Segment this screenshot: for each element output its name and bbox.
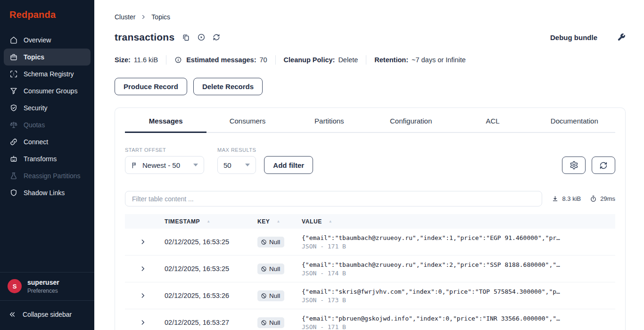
redpanda-logo: Redpanda	[0, 0, 94, 32]
expand-row-button[interactable]	[137, 236, 149, 248]
shield-icon	[9, 189, 18, 197]
sidebar-item-connect[interactable]: Connect	[4, 133, 91, 150]
page-title: transactions	[115, 32, 174, 43]
robot-icon	[9, 155, 18, 163]
message-value: {"email":"tbaumbach@zruueoy.ru","index":…	[302, 261, 611, 268]
divider	[166, 55, 166, 65]
sidebar-item-label: Topics	[24, 53, 44, 61]
column-header-key[interactable]: KEY▲	[254, 218, 298, 225]
tab-configuration[interactable]: Configuration	[370, 108, 452, 133]
collapse-sidebar-button[interactable]: Collapse sidebar	[0, 301, 94, 330]
refresh-icon	[599, 161, 608, 170]
table-row[interactable]: 02/12/2025, 16:53:26 Null {"email":"skri…	[125, 282, 615, 309]
sidebar-item-label: Security	[24, 104, 48, 112]
funnel-icon	[9, 87, 18, 95]
tab-acl[interactable]: ACL	[452, 108, 533, 133]
stat-retention: Retention: ~7 days or Infinite	[374, 56, 466, 64]
collapse-sidebar-label: Collapse sidebar	[23, 311, 72, 318]
topic-stats: Size: 11.6 kiB Estimated messages: 70 Cl…	[115, 55, 626, 65]
message-meta: JSON - 171 B	[302, 323, 611, 330]
sidebar-nav: Overview Topics Schema Registry Consumer…	[0, 32, 94, 201]
sync-icon	[213, 33, 220, 41]
table-row[interactable]: 02/12/2025, 16:53:25 Null {"email":"tbau…	[125, 229, 615, 256]
user-preferences-link[interactable]: Preferences	[27, 288, 59, 294]
breadcrumb-cluster[interactable]: Cluster	[115, 13, 135, 21]
download-icon[interactable]	[552, 195, 559, 202]
sidebar-item-overview[interactable]: Overview	[4, 32, 91, 49]
message-value: {"email":"skris@fwrjvhv.com","index":0,"…	[302, 288, 611, 295]
max-results-value: 50	[223, 161, 231, 169]
sidebar-item-label: Shadow Links	[24, 189, 65, 197]
user-profile[interactable]: S superuser Preferences	[0, 272, 94, 301]
message-meta: JSON - 173 B	[302, 297, 611, 304]
start-offset-value: Newest - 50	[142, 161, 180, 169]
filter-table-input[interactable]	[125, 191, 542, 206]
sidebar-item-shadow-links[interactable]: Shadow Links	[4, 184, 91, 201]
refresh-topic-button[interactable]	[213, 33, 220, 41]
sidebar-item-consumer-groups[interactable]: Consumer Groups	[4, 82, 91, 99]
main-content: Cluster Topics transactions Debug bundle…	[94, 0, 644, 330]
wrench-icon	[617, 33, 626, 41]
sidebar-item-reassign-partitions: Reassign Partitions	[4, 167, 91, 184]
home-icon	[9, 36, 18, 44]
start-offset-select[interactable]: Newest - 50	[125, 156, 204, 174]
info-icon[interactable]	[174, 56, 182, 64]
sidebar-item-label: Reassign Partitions	[24, 172, 81, 180]
topic-card: Messages Consumers Partitions Configurat…	[115, 107, 626, 330]
flask-icon	[9, 172, 18, 180]
tab-partitions[interactable]: Partitions	[289, 108, 370, 133]
message-value: {"email":"tbaumbach@zruueoy.ru","index":…	[302, 234, 611, 241]
breadcrumb: Cluster Topics	[115, 13, 626, 21]
chevron-right-icon	[139, 319, 147, 326]
tab-consumers[interactable]: Consumers	[206, 108, 288, 133]
avatar: S	[8, 279, 22, 293]
refresh-messages-button[interactable]	[592, 157, 615, 174]
download-stats: 8.3 kiB 29ms	[552, 195, 615, 202]
null-key-badge: Null	[257, 317, 284, 328]
sidebar-item-schema-registry[interactable]: Schema Registry	[4, 66, 91, 82]
ban-icon	[261, 239, 267, 245]
link-icon	[9, 138, 18, 146]
admin-tools-button[interactable]	[617, 33, 626, 41]
gear-icon	[570, 161, 578, 170]
stat-size: Size: 11.6 kiB	[115, 56, 158, 64]
tab-documentation[interactable]: Documentation	[534, 108, 615, 133]
expand-row-button[interactable]	[137, 290, 149, 301]
debug-bundle-link[interactable]: Debug bundle	[550, 33, 597, 41]
breadcrumb-topics[interactable]: Topics	[151, 13, 170, 21]
tab-messages[interactable]: Messages	[125, 108, 206, 133]
sidebar-item-label: Overview	[24, 36, 51, 44]
sidebar-item-security[interactable]: Security	[4, 99, 91, 116]
produce-record-button[interactable]: Produce Record	[115, 78, 187, 95]
sidebar-item-transforms[interactable]: Transforms	[4, 150, 91, 167]
expand-row-button[interactable]	[137, 317, 149, 328]
expand-row-button[interactable]	[137, 263, 149, 274]
chevron-down-icon	[245, 164, 250, 166]
message-settings-button[interactable]	[562, 157, 586, 174]
sort-icon: ▲	[276, 219, 281, 223]
sidebar-item-topics[interactable]: Topics	[4, 49, 91, 66]
copy-topic-name-button[interactable]	[182, 33, 190, 41]
tab-bar: Messages Consumers Partitions Configurat…	[125, 108, 615, 133]
chevron-right-icon	[139, 238, 147, 246]
stat-estimated-messages: Estimated messages: 70	[174, 56, 267, 64]
topics-icon	[9, 53, 18, 61]
column-header-value[interactable]: VALUE▲	[298, 218, 615, 225]
null-key-badge: Null	[257, 237, 284, 248]
double-chevron-left-icon	[8, 311, 16, 318]
message-timestamp: 02/12/2025, 16:53:27	[161, 319, 254, 326]
column-header-timestamp[interactable]: TIMESTAMP▲	[161, 218, 254, 225]
shield-check-icon	[9, 104, 18, 112]
table-row[interactable]: 02/12/2025, 16:53:27 Null {"email":"pbru…	[125, 309, 615, 330]
produce-message-button[interactable]	[197, 33, 206, 41]
messages-table: TIMESTAMP▲ KEY▲ VALUE▲ 02/12/2025, 16:53…	[125, 214, 615, 330]
table-row[interactable]: 02/12/2025, 16:53:25 Null {"email":"tbau…	[125, 256, 615, 282]
elapsed-time: 29ms	[600, 195, 615, 202]
start-offset-label: START OFFSET	[125, 147, 217, 153]
delete-records-button[interactable]: Delete Records	[193, 78, 263, 95]
divider	[366, 55, 366, 65]
add-filter-button[interactable]: Add filter	[264, 156, 313, 174]
sort-icon: ▲	[206, 219, 211, 223]
max-results-select[interactable]: 50	[217, 156, 256, 174]
chevron-right-icon	[139, 265, 147, 272]
